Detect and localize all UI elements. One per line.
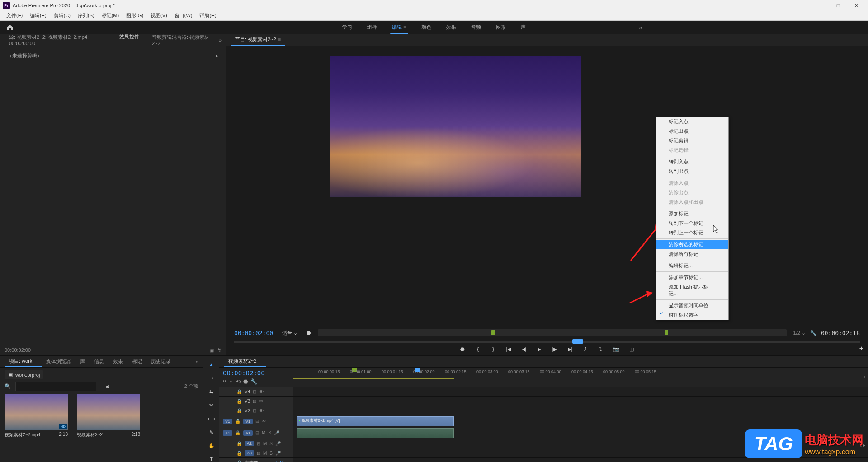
mute-icon[interactable]: M [263, 451, 267, 456]
lock-icon[interactable]: 🔒 [236, 399, 242, 404]
mute-icon[interactable]: M [263, 441, 267, 446]
track-target[interactable]: V1 [223, 419, 232, 424]
workspace-tab[interactable]: 音频 [469, 21, 483, 34]
step-forward-button[interactable]: |▶ [550, 345, 559, 354]
lift-button[interactable]: ⤴ [581, 345, 590, 354]
type-tool[interactable]: T [207, 454, 217, 462]
panel-overflow[interactable]: » [196, 359, 198, 364]
workspace-tab[interactable]: 学习 [340, 21, 354, 34]
eye-icon[interactable]: 👁 [259, 389, 264, 394]
program-scrubber[interactable] [234, 341, 860, 343]
menu-item[interactable]: 文件(F) [3, 11, 26, 20]
voice-icon[interactable]: 🎤 [275, 451, 281, 456]
master-value[interactable]: 0.0 [276, 460, 283, 462]
home-icon[interactable] [5, 22, 15, 33]
tab-sequence[interactable]: 视频素材2~2≡ [224, 356, 266, 367]
search-input[interactable] [15, 382, 96, 391]
go-to-in-button[interactable]: |◀ [504, 345, 513, 354]
mark-out-button[interactable]: } [489, 345, 498, 354]
add-button[interactable]: + [859, 345, 863, 353]
context-menu-item[interactable]: 添加标记 [656, 209, 728, 219]
sync-lock-icon[interactable]: ⊟ [255, 430, 259, 435]
marker-icon[interactable]: ⬣ [307, 330, 311, 336]
eye-icon[interactable]: 👁 [259, 399, 264, 404]
menu-item[interactable]: 剪辑(C) [50, 11, 74, 20]
media-item[interactable]: 视频素材2~22:18 [77, 394, 140, 438]
context-menu-item[interactable]: 清除所选的标记 [656, 240, 728, 249]
program-preview[interactable] [330, 56, 581, 197]
track-label[interactable]: V1 [243, 419, 253, 424]
eye-icon[interactable]: 👁 [262, 419, 266, 424]
lock-icon[interactable]: 🔒 [236, 460, 242, 462]
track-label[interactable]: A1 [243, 430, 253, 436]
workspace-tab[interactable]: 颜色 [420, 21, 433, 34]
wrench-icon[interactable]: ↯ [217, 347, 222, 353]
timeline-timecode[interactable]: 00:00:02:00 [223, 369, 290, 377]
track-target[interactable]: A1 [223, 430, 232, 436]
minimize-button[interactable]: — [811, 0, 829, 11]
mark-in-button[interactable]: { [473, 345, 482, 354]
play-button[interactable]: ▶ [535, 345, 544, 354]
project-tab[interactable]: 项目: work≡ [5, 356, 42, 367]
comparison-button[interactable]: ◫ [627, 345, 636, 354]
context-menu-item[interactable]: 清除所有标记 [656, 249, 728, 259]
context-menu-item[interactable]: 添加章节标记... [656, 273, 728, 282]
razor-tool[interactable]: ✂ [207, 400, 217, 410]
menu-item[interactable]: 窗口(W) [171, 11, 196, 20]
project-tab[interactable]: 媒体浏览器 [42, 356, 75, 367]
context-menu-item[interactable]: 转到下一个标记 [656, 219, 728, 228]
menu-item[interactable]: 标记(M) [98, 11, 123, 20]
bin-icon[interactable]: ⊟ [105, 383, 109, 389]
project-tab[interactable]: 标记 [127, 356, 146, 367]
media-item[interactable]: HD视频素材2~2.mp42:18 [5, 394, 68, 438]
step-back-button[interactable]: ◀| [519, 345, 528, 354]
fit-dropdown[interactable]: 适合 ⌄ [282, 330, 297, 336]
add-marker-button[interactable]: ⬣ [458, 345, 467, 354]
context-menu-item[interactable]: 添加 Flash 提示标记... [656, 282, 728, 299]
workspace-tab[interactable]: 编辑 ≡ [390, 21, 408, 34]
resolution-dropdown[interactable]: 1/2 ⌄ [793, 330, 806, 336]
lock-icon[interactable]: 🔒 [236, 408, 242, 413]
marker-track-icon[interactable]: ⬣ [243, 378, 248, 385]
settings-icon[interactable]: 🔧 [250, 378, 257, 385]
track-label[interactable]: A2 [245, 441, 254, 446]
lock-icon[interactable]: 🔒 [235, 430, 241, 435]
context-menu-item[interactable]: 标记入点 [656, 117, 728, 126]
project-tab[interactable]: 历史记录 [146, 356, 175, 367]
solo-icon[interactable]: S [269, 441, 273, 446]
extract-button[interactable]: ⤵ [596, 345, 605, 354]
export-frame-button[interactable]: 📷 [612, 345, 621, 354]
selection-tool[interactable]: ▲ [207, 359, 217, 369]
close-button[interactable]: ✕ [847, 0, 865, 11]
project-tab[interactable]: 效果 [108, 356, 127, 367]
lock-icon[interactable]: 🔒 [235, 419, 241, 424]
solo-icon[interactable]: S [268, 430, 271, 435]
maximize-button[interactable]: □ [829, 0, 847, 11]
video-clip[interactable]: ▪ 视频素材2~2.mp4 [V] [297, 416, 454, 426]
scrubber-handle[interactable] [572, 339, 583, 344]
workspace-tab[interactable]: 效果 [444, 21, 458, 34]
hand-tool[interactable]: ✋ [207, 441, 217, 451]
context-menu-item[interactable]: 转到入点 [656, 157, 728, 167]
program-timecode-right[interactable]: 00:00:02:18 [821, 330, 860, 336]
voice-icon[interactable]: 🎤 [275, 441, 281, 446]
program-timecode-left[interactable]: 00:00:02:00 [234, 330, 273, 336]
project-file[interactable]: ▣ work.prproj [5, 370, 43, 379]
context-menu-item[interactable]: 编辑标记... [656, 261, 728, 271]
source-tab[interactable]: 源: 视频素材2~2: 视频素材2~2.mp4: 00:00:00:00 [5, 32, 115, 48]
sync-lock-icon[interactable]: ⊟ [253, 389, 256, 394]
sync-lock-icon[interactable]: ⊟ [255, 419, 259, 424]
chevron-right-icon[interactable]: ▸ [216, 53, 219, 59]
zoom-out-icon[interactable]: −○ [859, 374, 865, 379]
lock-icon[interactable]: 🔒 [236, 451, 242, 456]
voice-icon[interactable]: 🎤 [274, 430, 279, 435]
workspace-tab[interactable]: 图形 [494, 21, 508, 34]
context-menu-item[interactable]: 转到出点 [656, 167, 728, 176]
tab-program[interactable]: 节目: 视频素材2~2≡ [231, 34, 285, 46]
menu-item[interactable]: 视图(V) [147, 11, 171, 20]
menu-item[interactable]: 编辑(E) [26, 11, 50, 20]
link-icon[interactable]: ⟲ [236, 378, 241, 385]
context-menu-item[interactable]: 标记剪辑 [656, 136, 728, 145]
wrench-icon[interactable]: 🔧 [810, 330, 816, 336]
eye-icon[interactable]: 👁 [259, 408, 264, 413]
